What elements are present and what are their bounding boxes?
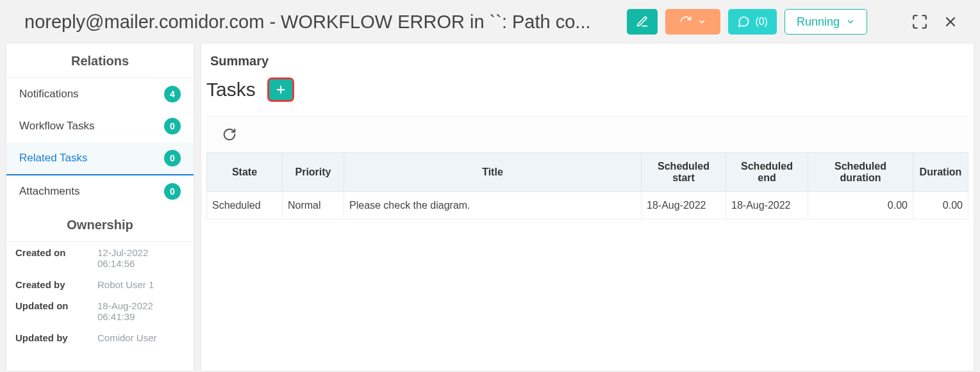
ownership-row: Created on 12-Jul-2022 06:14:56 bbox=[6, 242, 194, 274]
status-label: Running bbox=[797, 15, 840, 29]
ownership-label: Created on bbox=[15, 247, 97, 269]
status-dropdown[interactable]: Running bbox=[785, 9, 867, 35]
cell-scheduled-end: 18-Aug-2022 bbox=[726, 192, 808, 220]
cell-state: Scheduled bbox=[207, 192, 283, 220]
cell-scheduled-start: 18-Aug-2022 bbox=[642, 192, 726, 220]
count-badge: 0 bbox=[164, 183, 181, 200]
count-badge: 0 bbox=[164, 118, 181, 134]
ownership-row: Updated on 18-Aug-2022 06:41:39 bbox=[6, 295, 194, 327]
col-duration[interactable]: Duration bbox=[913, 153, 968, 192]
tasks-title: Tasks bbox=[206, 79, 256, 101]
summary-header: Summary bbox=[206, 54, 968, 77]
count-badge: 0 bbox=[164, 150, 181, 166]
ownership-value: Comidor User bbox=[97, 332, 185, 343]
close-button[interactable] bbox=[939, 10, 962, 33]
workflow-action-button[interactable] bbox=[665, 9, 720, 35]
cell-priority: Normal bbox=[283, 192, 344, 220]
page-title: noreply@mailer.comidor.com - WORKFLOW ER… bbox=[24, 12, 619, 33]
tasks-header: Tasks bbox=[206, 77, 968, 102]
count-badge: 4 bbox=[164, 86, 181, 102]
refresh-button[interactable] bbox=[220, 125, 238, 143]
ownership-row: Updated by Comidor User bbox=[6, 327, 194, 348]
sidebar-item-related-tasks[interactable]: Related Tasks 0 bbox=[6, 142, 194, 175]
sidebar-item-workflow-tasks[interactable]: Workflow Tasks 0 bbox=[6, 110, 194, 142]
sidebar-item-label: Workflow Tasks bbox=[19, 120, 94, 133]
table-header-row: State Priority Title Scheduled start Sch… bbox=[207, 153, 968, 192]
sidebar-item-label: Notifications bbox=[19, 88, 79, 101]
plus-icon bbox=[275, 84, 287, 95]
content-panel: Summary Tasks State bbox=[201, 44, 974, 371]
comments-count-label: (0) bbox=[755, 16, 768, 28]
chevron-down-icon bbox=[846, 17, 855, 26]
ownership-row: Created by Robot User 1 bbox=[6, 274, 194, 295]
col-scheduled-start[interactable]: Scheduled start bbox=[642, 153, 726, 192]
ownership-value: 12-Jul-2022 06:14:56 bbox=[97, 247, 185, 269]
sidebar-item-attachments[interactable]: Attachments 0 bbox=[6, 175, 194, 207]
fullscreen-icon bbox=[911, 13, 928, 30]
col-title[interactable]: Title bbox=[344, 153, 642, 192]
tasks-table: State Priority Title Scheduled start Sch… bbox=[206, 152, 968, 220]
add-task-button[interactable] bbox=[267, 77, 294, 102]
ownership-value: 18-Aug-2022 06:41:39 bbox=[97, 300, 185, 322]
ownership-value: Robot User 1 bbox=[97, 279, 185, 290]
close-icon bbox=[943, 14, 958, 29]
sidebar-item-label: Attachments bbox=[19, 185, 80, 198]
col-scheduled-duration[interactable]: Scheduled duration bbox=[808, 153, 913, 192]
comments-button[interactable]: (0) bbox=[728, 9, 777, 35]
header-bar: noreply@mailer.comidor.com - WORKFLOW ER… bbox=[0, 0, 980, 44]
comment-icon bbox=[737, 15, 750, 28]
table-row[interactable]: Scheduled Normal Please check the diagra… bbox=[207, 192, 968, 220]
cell-title: Please check the diagram. bbox=[344, 192, 642, 220]
col-state[interactable]: State bbox=[207, 153, 283, 192]
refresh-icon bbox=[222, 127, 237, 142]
cell-duration: 0.00 bbox=[913, 192, 968, 220]
chevron-down-icon bbox=[697, 17, 706, 26]
fullscreen-button[interactable] bbox=[908, 10, 931, 33]
sidebar: Relations Notifications 4 Workflow Tasks… bbox=[6, 44, 194, 371]
edit-button[interactable] bbox=[627, 9, 658, 35]
col-priority[interactable]: Priority bbox=[283, 153, 344, 192]
sidebar-item-label: Related Tasks bbox=[19, 152, 87, 165]
rotate-icon bbox=[679, 15, 692, 28]
relations-section-title: Relations bbox=[6, 44, 194, 78]
col-scheduled-end[interactable]: Scheduled end bbox=[726, 153, 808, 192]
cell-scheduled-duration: 0.00 bbox=[808, 192, 913, 220]
ownership-label: Updated on bbox=[15, 300, 97, 322]
sidebar-item-notifications[interactable]: Notifications 4 bbox=[6, 78, 194, 110]
tasks-panel: State Priority Title Scheduled start Sch… bbox=[206, 116, 968, 220]
pencil-icon bbox=[636, 15, 649, 28]
ownership-label: Updated by bbox=[15, 332, 97, 343]
ownership-section-title: Ownership bbox=[6, 207, 194, 242]
ownership-label: Created by bbox=[15, 279, 97, 290]
